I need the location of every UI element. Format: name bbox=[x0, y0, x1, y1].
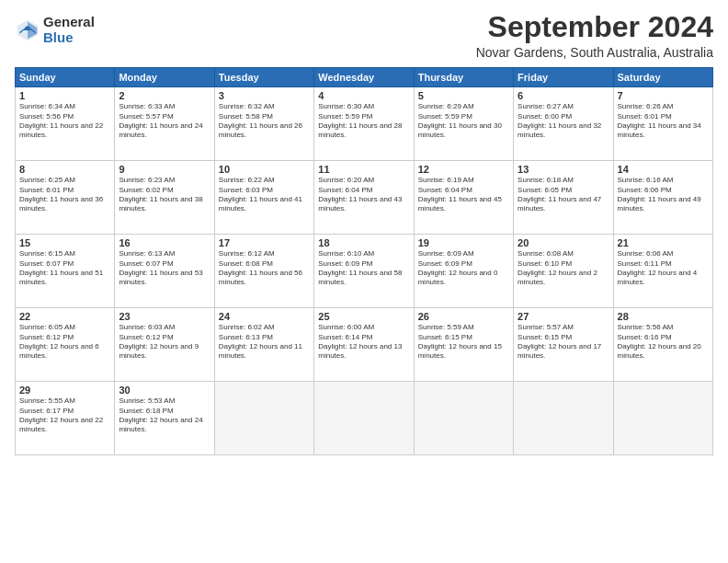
daylight-2: Daylight: 11 hours and 24 minutes. bbox=[119, 121, 202, 139]
daylight-1: Daylight: 11 hours and 22 minutes. bbox=[19, 121, 103, 139]
day-number-7: 7 bbox=[618, 90, 709, 101]
day-20: 20 Sunrise: 6:08 AM Sunset: 6:10 PM Dayl… bbox=[514, 235, 613, 308]
header: General Blue September 2024 Novar Garden… bbox=[15, 11, 713, 60]
logo-general-text: General bbox=[43, 15, 95, 30]
sunrise-3: Sunrise: 6:32 AM bbox=[219, 102, 275, 110]
header-tuesday: Tuesday bbox=[214, 68, 313, 87]
header-monday: Monday bbox=[115, 68, 214, 87]
empty-cell-4 bbox=[514, 382, 613, 455]
day-28: 28 Sunrise: 5:56 AM Sunset: 6:16 PM Dayl… bbox=[613, 308, 712, 382]
header-saturday: Saturday bbox=[613, 68, 712, 87]
day-number-2: 2 bbox=[119, 90, 210, 101]
logo-icon bbox=[15, 17, 40, 43]
daylight-7: Daylight: 11 hours and 34 minutes. bbox=[618, 121, 701, 139]
day-info-2: Sunrise: 6:33 AM Sunset: 5:57 PM Dayligh… bbox=[119, 102, 210, 141]
day-17: 17 Sunrise: 6:12 AM Sunset: 6:08 PM Dayl… bbox=[214, 235, 313, 308]
sunset-1: Sunset: 5:56 PM bbox=[19, 112, 74, 121]
day-1: 1 Sunrise: 6:34 AM Sunset: 5:56 PM Dayli… bbox=[16, 87, 115, 161]
day-6: 6 Sunrise: 6:27 AM Sunset: 6:00 PM Dayli… bbox=[514, 87, 613, 161]
sunset-6: Sunset: 6:00 PM bbox=[518, 112, 572, 121]
daylight-6: Daylight: 11 hours and 32 minutes. bbox=[518, 121, 601, 139]
sunset-7: Sunset: 6:01 PM bbox=[618, 112, 672, 121]
calendar-table: Sunday Monday Tuesday Wednesday Thursday… bbox=[15, 67, 713, 455]
day-7: 7 Sunrise: 6:26 AM Sunset: 6:01 PM Dayli… bbox=[613, 87, 712, 161]
day-info-1: Sunrise: 6:34 AM Sunset: 5:56 PM Dayligh… bbox=[19, 102, 110, 141]
sunset-3: Sunset: 5:58 PM bbox=[219, 112, 273, 121]
empty-cell-1 bbox=[214, 382, 313, 455]
day-21: 21 Sunrise: 6:06 AM Sunset: 6:11 PM Dayl… bbox=[613, 235, 712, 308]
daylight-5: Daylight: 11 hours and 30 minutes. bbox=[418, 121, 502, 139]
day-23: 23 Sunrise: 6:03 AM Sunset: 6:12 PM Dayl… bbox=[115, 308, 214, 382]
day-9: 9 Sunrise: 6:23 AM Sunset: 6:02 PM Dayli… bbox=[115, 161, 214, 235]
sunrise-6: Sunrise: 6:27 AM bbox=[518, 102, 574, 110]
day-2: 2 Sunrise: 6:33 AM Sunset: 5:57 PM Dayli… bbox=[115, 87, 214, 161]
logo-blue-text: Blue bbox=[43, 30, 95, 46]
day-number-3: 3 bbox=[219, 90, 310, 101]
logo-text: General Blue bbox=[43, 15, 95, 45]
day-11: 11 Sunrise: 6:20 AM Sunset: 6:04 PM Dayl… bbox=[314, 161, 414, 235]
day-info-4: Sunrise: 6:30 AM Sunset: 5:59 PM Dayligh… bbox=[318, 102, 409, 141]
week-row-2: 8 Sunrise: 6:25 AM Sunset: 6:01 PM Dayli… bbox=[16, 161, 713, 235]
day-24: 24 Sunrise: 6:02 AM Sunset: 6:13 PM Dayl… bbox=[214, 308, 313, 382]
month-title: September 2024 bbox=[476, 11, 713, 43]
title-block: September 2024 Novar Gardens, South Aust… bbox=[476, 11, 713, 60]
day-8: 8 Sunrise: 6:25 AM Sunset: 6:01 PM Dayli… bbox=[16, 161, 115, 235]
sunrise-5: Sunrise: 6:29 AM bbox=[418, 102, 474, 110]
sunrise-1: Sunrise: 6:34 AM bbox=[19, 102, 75, 110]
day-14: 14 Sunrise: 6:16 AM Sunset: 6:06 PM Dayl… bbox=[613, 161, 712, 235]
day-29: 29 Sunrise: 5:55 AM Sunset: 6:17 PM Dayl… bbox=[16, 382, 115, 455]
day-10: 10 Sunrise: 6:22 AM Sunset: 6:03 PM Dayl… bbox=[214, 161, 313, 235]
empty-cell-5 bbox=[613, 382, 712, 455]
day-number-6: 6 bbox=[518, 90, 609, 101]
day-27: 27 Sunrise: 5:57 AM Sunset: 6:15 PM Dayl… bbox=[514, 308, 613, 382]
empty-cell-3 bbox=[414, 382, 513, 455]
day-12: 12 Sunrise: 6:19 AM Sunset: 6:04 PM Dayl… bbox=[414, 161, 513, 235]
day-info-3: Sunrise: 6:32 AM Sunset: 5:58 PM Dayligh… bbox=[219, 102, 310, 141]
day-info-6: Sunrise: 6:27 AM Sunset: 6:00 PM Dayligh… bbox=[518, 102, 609, 141]
week-row-4: 22 Sunrise: 6:05 AM Sunset: 6:12 PM Dayl… bbox=[16, 308, 713, 382]
weekday-header-row: Sunday Monday Tuesday Wednesday Thursday… bbox=[16, 68, 713, 87]
week-row-5: 29 Sunrise: 5:55 AM Sunset: 6:17 PM Dayl… bbox=[16, 382, 713, 455]
week-row-3: 15 Sunrise: 6:15 AM Sunset: 6:07 PM Dayl… bbox=[16, 235, 713, 308]
day-22: 22 Sunrise: 6:05 AM Sunset: 6:12 PM Dayl… bbox=[16, 308, 115, 382]
header-wednesday: Wednesday bbox=[314, 68, 414, 87]
day-26: 26 Sunrise: 5:59 AM Sunset: 6:15 PM Dayl… bbox=[414, 308, 513, 382]
day-15: 15 Sunrise: 6:15 AM Sunset: 6:07 PM Dayl… bbox=[16, 235, 115, 308]
day-number-5: 5 bbox=[418, 90, 509, 101]
sunrise-4: Sunrise: 6:30 AM bbox=[318, 102, 374, 110]
daylight-4: Daylight: 11 hours and 28 minutes. bbox=[318, 121, 402, 139]
sunrise-2: Sunrise: 6:33 AM bbox=[119, 102, 175, 110]
day-19: 19 Sunrise: 6:09 AM Sunset: 6:09 PM Dayl… bbox=[414, 235, 513, 308]
day-info-7: Sunrise: 6:26 AM Sunset: 6:01 PM Dayligh… bbox=[618, 102, 709, 141]
sunset-5: Sunset: 5:59 PM bbox=[418, 112, 472, 121]
day-info-5: Sunrise: 6:29 AM Sunset: 5:59 PM Dayligh… bbox=[418, 102, 509, 141]
day-13: 13 Sunrise: 6:18 AM Sunset: 6:05 PM Dayl… bbox=[514, 161, 613, 235]
calendar-page: General Blue September 2024 Novar Garden… bbox=[0, 0, 728, 563]
header-thursday: Thursday bbox=[414, 68, 513, 87]
day-3: 3 Sunrise: 6:32 AM Sunset: 5:58 PM Dayli… bbox=[214, 87, 313, 161]
day-number-4: 4 bbox=[318, 90, 409, 101]
location-subtitle: Novar Gardens, South Australia, Australi… bbox=[476, 45, 713, 60]
week-row-1: 1 Sunrise: 6:34 AM Sunset: 5:56 PM Dayli… bbox=[16, 87, 713, 161]
day-25: 25 Sunrise: 6:00 AM Sunset: 6:14 PM Dayl… bbox=[314, 308, 414, 382]
day-number-8: 8 bbox=[19, 164, 110, 175]
sunrise-7: Sunrise: 6:26 AM bbox=[618, 102, 674, 110]
day-18: 18 Sunrise: 6:10 AM Sunset: 6:09 PM Dayl… bbox=[314, 235, 414, 308]
day-30: 30 Sunrise: 5:53 AM Sunset: 6:18 PM Dayl… bbox=[115, 382, 214, 455]
sunset-4: Sunset: 5:59 PM bbox=[318, 112, 372, 121]
logo: General Blue bbox=[15, 15, 95, 45]
sunset-2: Sunset: 5:57 PM bbox=[119, 112, 173, 121]
day-5: 5 Sunrise: 6:29 AM Sunset: 5:59 PM Dayli… bbox=[414, 87, 513, 161]
header-sunday: Sunday bbox=[16, 68, 115, 87]
day-number-1: 1 bbox=[19, 90, 110, 101]
empty-cell-2 bbox=[314, 382, 414, 455]
day-4: 4 Sunrise: 6:30 AM Sunset: 5:59 PM Dayli… bbox=[314, 87, 414, 161]
header-friday: Friday bbox=[514, 68, 613, 87]
day-16: 16 Sunrise: 6:13 AM Sunset: 6:07 PM Dayl… bbox=[115, 235, 214, 308]
daylight-3: Daylight: 11 hours and 26 minutes. bbox=[219, 121, 302, 139]
